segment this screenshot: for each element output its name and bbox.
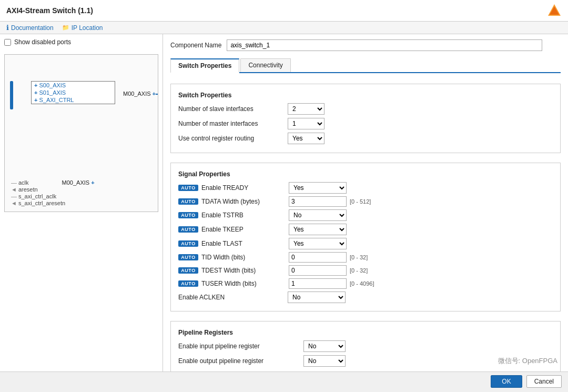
- tdest-label: TDEST Width (bits): [201, 267, 286, 274]
- tab-switch-properties[interactable]: Switch Properties: [170, 58, 239, 73]
- tid-input[interactable]: [289, 252, 347, 263]
- control-reg-routing-select[interactable]: YesNo: [288, 133, 324, 144]
- tkeep-select[interactable]: YesNo: [289, 224, 347, 235]
- component-diagram: + S00_AXIS + S01_AXIS + S_AXI_CTRL M00_A…: [4, 54, 158, 212]
- output-pipeline-label: Enable output pipeline register: [178, 357, 299, 365]
- auto-badge-tready: AUTO: [178, 185, 198, 191]
- signal-properties-title: Signal Properties: [178, 170, 553, 178]
- input-pipeline-row: Enable input pipeline register NoYes: [178, 340, 553, 352]
- tstrb-select[interactable]: NoYes: [289, 209, 347, 221]
- tready-select[interactable]: YesNo: [289, 182, 347, 194]
- aresetn-label: aresetn: [18, 186, 38, 193]
- component-name-input[interactable]: [227, 39, 542, 51]
- main-layout: Show disabled ports + S00_AXIS + S01_AXI…: [0, 34, 568, 371]
- bottom-bar: OK Cancel: [0, 371, 568, 390]
- slave-interfaces-row: Number of slave interfaces 2134: [178, 103, 553, 115]
- tdata-label: TDATA Width (bytes): [201, 198, 286, 205]
- title-bar: AXI4-Stream Switch (1.1): [0, 0, 568, 22]
- master-interfaces-label: Number of master interfaces: [178, 120, 283, 127]
- tlast-select[interactable]: YesNo: [289, 238, 347, 249]
- output-pipeline-row: Enable output pipeline register NoYes: [178, 355, 553, 367]
- switch-properties-title: Switch Properties: [178, 92, 553, 99]
- slave-interfaces-select[interactable]: 2134: [288, 103, 324, 115]
- m00-axis-label: M00_AXIS: [123, 91, 151, 97]
- tid-width-row: AUTO TID Width (bits) [0 - 32]: [178, 252, 553, 263]
- switch-properties-section: Switch Properties Number of slave interf…: [170, 84, 561, 153]
- ctrl-aclk-label: s_axi_ctrl_aclk: [18, 193, 56, 199]
- input-pipeline-select[interactable]: NoYes: [303, 340, 346, 352]
- port-s00-axis: + S00_AXIS: [32, 82, 115, 89]
- cancel-button[interactable]: Cancel: [526, 375, 562, 388]
- tab-connectivity[interactable]: Connectivity: [240, 58, 290, 72]
- tlast-label: Enable TLAST: [201, 240, 286, 247]
- tdata-range: [0 - 512]: [350, 198, 371, 205]
- component-block: + S00_AXIS + S01_AXIS + S_AXI_CTRL: [31, 81, 115, 104]
- port-s00-label: S00_AXIS: [39, 82, 66, 88]
- port-s-axi-ctrl: + S_AXI_CTRL: [32, 96, 115, 104]
- pipeline-registers-title: Pipeline Registers: [178, 329, 553, 336]
- ip-location-label: IP Location: [72, 24, 103, 32]
- aresetn-arrow: ◄: [11, 186, 17, 193]
- port-s01-label: S01_AXIS: [39, 89, 66, 96]
- ip-location-link[interactable]: 📁 IP Location: [62, 24, 103, 32]
- auto-badge-tdest: AUTO: [178, 267, 198, 274]
- tdata-width-row: AUTO TDATA Width (bytes) [0 - 512]: [178, 196, 553, 207]
- master-interfaces-select[interactable]: 123: [288, 118, 324, 129]
- signal-aclk: — aclk M00_AXIS +: [11, 179, 95, 186]
- show-disabled-checkbox[interactable]: [4, 39, 11, 46]
- ctrl-aclk-arrow: —: [11, 193, 17, 199]
- tdest-width-row: AUTO TDEST Width (bits) [0 - 32]: [178, 265, 553, 276]
- enable-aclken-row: Enable ACLKEN NoYes: [178, 292, 553, 303]
- tid-label: TID Width (bits): [201, 254, 286, 261]
- input-pipeline-label: Enable input pipeline register: [178, 343, 299, 350]
- tdest-input[interactable]: [289, 265, 347, 276]
- tab-bar: Switch Properties Connectivity: [170, 58, 561, 73]
- output-pipeline-select[interactable]: NoYes: [303, 355, 346, 367]
- toolbar: ℹ Documentation 📁 IP Location: [0, 22, 568, 34]
- xilinx-logo-icon: [547, 3, 562, 18]
- documentation-label: Documentation: [11, 24, 54, 32]
- tuser-label: TUSER Width (bits): [201, 280, 286, 287]
- auto-badge-tlast: AUTO: [178, 240, 198, 247]
- enable-tstrb-row: AUTO Enable TSTRB NoYes: [178, 209, 553, 221]
- auto-badge-tuser: AUTO: [178, 280, 198, 287]
- tstrb-label: Enable TSTRB: [201, 212, 286, 219]
- auto-badge-tkeep: AUTO: [178, 226, 198, 233]
- ip-location-icon: 📁: [62, 24, 69, 31]
- enable-tready-row: AUTO Enable TREADY YesNo: [178, 182, 553, 194]
- plus-icon-s00: +: [34, 82, 37, 88]
- plus-far-icon: +: [91, 179, 94, 186]
- right-bus-line: [156, 94, 158, 95]
- right-panel: Component Name Switch Properties Connect…: [163, 34, 568, 371]
- tid-range: [0 - 32]: [350, 254, 368, 260]
- ok-button[interactable]: OK: [491, 375, 522, 388]
- tkeep-label: Enable TKEEP: [201, 226, 286, 233]
- m00-axis-far-label: M00_AXIS: [62, 179, 90, 186]
- auto-badge-tstrb: AUTO: [178, 212, 198, 218]
- show-disabled-row: Show disabled ports: [4, 38, 158, 46]
- control-reg-routing-label: Use control register routing: [178, 135, 283, 142]
- enable-tlast-row: AUTO Enable TLAST YesNo: [178, 238, 553, 249]
- app-title: AXI4-Stream Switch (1.1): [6, 6, 93, 15]
- m00-axis-port: M00_AXIS +: [123, 91, 156, 97]
- bottom-signals: — aclk M00_AXIS + ◄ aresetn — s_axi_ctrl…: [11, 179, 95, 206]
- master-interfaces-row: Number of master interfaces 123: [178, 118, 553, 129]
- documentation-link[interactable]: ℹ Documentation: [6, 24, 54, 32]
- component-name-label: Component Name: [170, 42, 221, 49]
- plus-icon-s01: +: [34, 89, 37, 96]
- left-bus-strip: [10, 81, 13, 109]
- auto-badge-tdata: AUTO: [178, 198, 198, 205]
- port-s01-axis: + S01_AXIS: [32, 89, 115, 96]
- auto-badge-tid: AUTO: [178, 254, 198, 260]
- tdata-input[interactable]: [289, 196, 347, 207]
- enable-aclken-select[interactable]: NoYes: [288, 292, 346, 303]
- tuser-width-row: AUTO TUSER Width (bits) [0 - 4096]: [178, 278, 553, 289]
- tuser-input[interactable]: [289, 278, 347, 289]
- enable-aclken-label: Enable ACLKEN: [178, 294, 283, 301]
- signal-aresetn: ◄ aresetn: [11, 186, 95, 193]
- control-reg-routing-row: Use control register routing YesNo: [178, 133, 553, 144]
- ctrl-aresetn-arrow: ◄: [11, 200, 17, 206]
- signal-s-axi-ctrl-aclk: — s_axi_ctrl_aclk: [11, 193, 95, 199]
- port-ctrl-label: S_AXI_CTRL: [39, 97, 74, 103]
- info-icon: ℹ: [6, 24, 9, 32]
